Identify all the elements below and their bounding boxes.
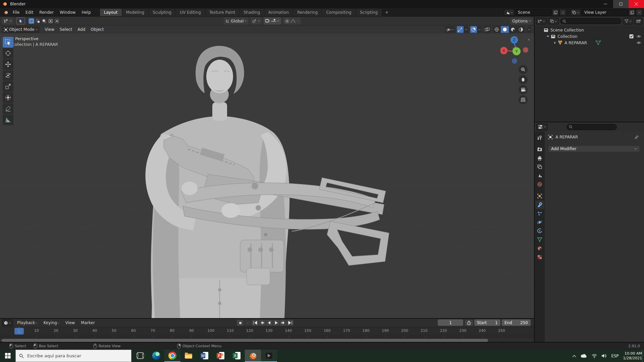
auto-keying-toggle[interactable] [237,320,244,326]
new-collection-button[interactable] [635,18,643,24]
properties-tab-world[interactable] [535,180,544,189]
xray-toggle[interactable] [484,26,491,33]
outliner-filter-dropdown[interactable] [623,18,633,24]
properties-tab-view-layer[interactable] [535,163,544,171]
prev-keyframe-button[interactable] [259,320,265,326]
taskbar-clock[interactable]: 10:00 AM 1/28/2021 [623,351,642,361]
keying-set-dropdown[interactable] [244,320,251,326]
properties-tab-physics[interactable] [535,218,544,227]
properties-tab-material[interactable] [535,244,544,253]
tab-sculpting[interactable]: Sculpting [149,9,175,16]
new-scene-button[interactable] [552,9,559,16]
tool-move-button[interactable] [3,59,13,70]
taskbar-search-box[interactable]: Escribe aquí para buscar [15,350,131,362]
select-mode-intersect[interactable] [54,18,60,24]
blender-app-menu[interactable] [2,9,10,16]
tool-measure-button[interactable] [3,114,13,125]
timeline-scrollbar[interactable] [2,339,488,342]
outliner-display-mode-dropdown[interactable] [536,18,547,24]
camera-view-button[interactable] [519,85,528,94]
tab-layout[interactable]: Layout [100,9,122,16]
frame-start-field[interactable]: Start1 [474,319,500,326]
tool-transform-button[interactable] [3,92,13,103]
show-desktop-strip[interactable] [642,350,644,362]
speaker-icon[interactable] [601,354,607,358]
menu-window[interactable]: Window [57,9,78,16]
timeline-menu-playback[interactable]: Playback [14,319,41,326]
timeline-menu-keying[interactable]: Keying [41,319,62,326]
sidebar-collapse-arrow[interactable]: ‹ [528,37,530,42]
shading-dropdown[interactable] [527,26,531,33]
taskbar-task-view-button[interactable] [132,350,148,362]
outliner-row-a-reparar[interactable]: A REPARAR [535,40,644,46]
pan-button[interactable] [519,75,528,84]
properties-tab-scene[interactable] [535,171,544,180]
expander-right-icon[interactable] [553,41,556,44]
maximize-button[interactable] [613,0,629,8]
active-tool-button[interactable] [16,17,25,24]
timeline-track[interactable] [0,335,534,338]
mode-dropdown[interactable]: Object Mode [2,26,40,33]
close-button[interactable] [629,0,644,8]
properties-tab-object-data[interactable] [535,235,544,244]
menu-file[interactable]: File [10,9,22,16]
transform-orientation-dropdown[interactable]: Global [224,17,249,24]
shading-wireframe-button[interactable] [493,26,501,33]
frame-end-field[interactable]: End250 [502,319,531,326]
show-overlays-toggle[interactable] [470,26,477,33]
view-layer-name-field[interactable]: View Layer [582,9,628,16]
properties-tab-tool[interactable] [535,133,544,142]
onedrive-cloud-icon[interactable] [581,354,587,358]
next-keyframe-button[interactable] [280,320,286,326]
properties-tab-output[interactable] [535,154,544,163]
outliner-filter-display-dropdown[interactable] [548,18,559,24]
object-visibility-dropdown[interactable] [445,26,455,33]
menu-edit[interactable]: Edit [22,9,36,16]
snap-cluster[interactable] [264,17,281,24]
taskbar-excel-button[interactable]: X [229,350,245,362]
tab-scripting[interactable]: Scripting [356,9,382,16]
play-reverse-button[interactable] [266,320,272,326]
gizmo-axis-neg-x[interactable] [523,47,528,53]
viewport-menu-add[interactable]: Add [75,27,88,32]
properties-editor-type-dropdown[interactable] [536,124,548,130]
new-view-layer-button[interactable] [629,9,635,16]
orthographic-toggle-button[interactable] [519,95,528,104]
hide-eye-icon[interactable] [636,35,641,38]
timeline-menu-view[interactable]: View [62,319,78,326]
properties-tab-texture[interactable] [535,253,544,261]
current-frame-field[interactable]: 1 [438,319,463,326]
viewport-menu-view[interactable]: View [42,27,57,32]
3d-viewport[interactable]: User Perspective (1) Collection | A REPA… [0,34,534,318]
taskbar-powerpoint-button[interactable]: P [213,350,229,362]
sculpted-figure[interactable] [146,46,389,318]
timeline-ruler[interactable]: 1 10203040506070809010011012013014015016… [0,327,534,335]
select-mode-subtract[interactable] [41,18,47,24]
start-button[interactable] [0,350,15,362]
scene-name-field[interactable]: Scene [515,9,551,16]
timeline-menu-marker[interactable]: Marker [78,319,98,326]
jump-to-end-button[interactable] [287,320,293,326]
gizmo-dropdown[interactable] [464,26,468,33]
viewport-menu-select[interactable]: Select [57,27,75,32]
exclude-checkbox[interactable] [629,34,634,39]
outliner-search-input[interactable] [560,18,622,24]
taskbar-file-explorer-button[interactable] [180,350,197,362]
outliner-row-scene-collection[interactable]: Scene Collection [535,27,644,33]
shading-solid-button[interactable] [501,26,509,33]
add-modifier-dropdown[interactable]: Add Modifier [548,145,640,152]
add-workspace-button[interactable]: + [382,10,391,15]
tab-rendering[interactable]: Rendering [293,9,322,16]
overlays-dropdown[interactable] [477,26,482,33]
shading-rendered-button[interactable] [517,26,525,33]
properties-tab-constraints[interactable] [535,227,544,235]
expander-down-icon[interactable] [546,35,549,38]
tool-cursor-button[interactable] [3,48,13,59]
properties-tab-particles[interactable] [535,209,544,218]
tool-select-box-button[interactable] [3,37,13,48]
select-mode-invert[interactable] [48,18,53,24]
tool-settings-dropdown[interactable] [2,17,13,24]
select-mode-set[interactable] [29,18,34,24]
tool-annotate-button[interactable] [3,103,13,114]
scene-selector-button[interactable] [504,9,515,16]
